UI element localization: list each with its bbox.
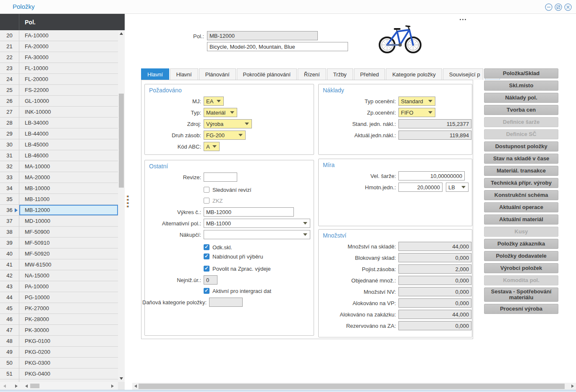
table-row[interactable]: 27 INK-10000 <box>0 107 118 118</box>
table-row[interactable]: 36 MB-12000 <box>0 205 118 216</box>
tab[interactable]: Přehled <box>354 68 385 80</box>
druh-zasob-dropdown[interactable]: FG-200 <box>204 131 246 140</box>
sledovani-revizi-checkbox[interactable] <box>204 187 209 193</box>
hmotn-unit-dropdown[interactable]: LB <box>446 183 469 192</box>
hscrollbar-thumb[interactable] <box>139 384 565 389</box>
action-button[interactable]: Výrobci položek <box>484 263 558 273</box>
table-row[interactable]: 38 MF-50900 <box>0 227 118 238</box>
restore-icon[interactable] <box>555 3 562 11</box>
quantity-field[interactable] <box>398 298 471 308</box>
action-button[interactable]: Tvorba cen <box>484 105 558 115</box>
table-row[interactable]: 32 MA-10000 <box>0 161 118 172</box>
page-left-icon[interactable] <box>3 384 6 388</box>
hscroll-right-icon[interactable] <box>111 384 114 388</box>
tab[interactable]: Plánování <box>199 68 236 80</box>
action-button[interactable]: Stav na skladě v čase <box>484 154 558 164</box>
action-button[interactable]: Položky zákazníka <box>484 239 558 249</box>
table-row[interactable]: 30 LB-45000 <box>0 139 118 150</box>
tab[interactable]: Pokročilé plánování <box>237 68 297 80</box>
tab[interactable]: Kategorie položky <box>386 68 442 80</box>
item-code-cell[interactable]: PK-28000 <box>19 314 118 324</box>
action-button[interactable]: Aktuální operace <box>484 202 558 212</box>
item-code-cell[interactable]: PKG-0100 <box>19 336 118 346</box>
item-code-cell[interactable]: PK-30000 <box>19 325 118 335</box>
aktivni-integrace-checkbox[interactable] <box>204 288 209 294</box>
mj-dropdown[interactable]: EA <box>204 97 224 106</box>
table-row[interactable]: 41 MW-61500 <box>0 259 118 270</box>
hscroll-right-icon[interactable] <box>571 384 574 388</box>
item-code-cell[interactable]: PKG-0200 <box>19 347 118 357</box>
danova-kategorie-field[interactable] <box>209 298 243 307</box>
action-button[interactable]: Náklady pol. <box>484 93 558 103</box>
page-right-icon[interactable] <box>15 384 18 388</box>
table-row[interactable]: 44 PG-10000 <box>0 292 118 303</box>
item-code-cell[interactable]: FL-10000 <box>19 63 118 73</box>
table-row[interactable]: 24 FL-20000 <box>0 74 118 85</box>
action-button[interactable]: Skl.místo <box>484 81 558 91</box>
item-code-cell[interactable]: FL-20000 <box>19 74 118 84</box>
action-button[interactable]: Komodita pol. <box>484 275 558 285</box>
table-row[interactable]: 37 MD-10000 <box>0 216 118 227</box>
grid-vertical-scrollbar[interactable] <box>118 30 125 382</box>
hscroll-left-icon[interactable] <box>25 384 28 388</box>
zkz-checkbox[interactable] <box>204 198 209 204</box>
action-button[interactable]: Technická přípr. výroby <box>484 178 558 188</box>
item-code-cell[interactable]: MB-12000 <box>19 205 118 215</box>
hscrollbar-thumb[interactable] <box>30 384 39 388</box>
item-code-cell[interactable]: MB-10000 <box>19 183 118 193</box>
alternativni-pol-combo[interactable]: MB-11000 <box>204 219 310 228</box>
revize-field[interactable] <box>204 172 237 182</box>
nakupci-combo[interactable] <box>204 230 310 239</box>
item-code-cell[interactable]: FA-20000 <box>19 41 118 52</box>
item-code-cell[interactable]: LB-46000 <box>19 150 118 161</box>
minimize-icon[interactable] <box>545 3 552 11</box>
quantity-field[interactable] <box>398 264 471 274</box>
action-button[interactable]: Sestava - Spotřebování materiálu <box>484 287 558 302</box>
tab[interactable]: Hlavní <box>141 68 169 80</box>
table-row[interactable]: 45 PK-27000 <box>0 303 118 314</box>
item-code-cell[interactable]: PKG-0400 <box>19 368 118 379</box>
pol-field[interactable] <box>207 31 318 40</box>
panel-splitter-handle[interactable] <box>127 196 129 209</box>
table-row[interactable]: 43 PA-10000 <box>0 281 118 292</box>
quantity-field[interactable] <box>398 276 471 285</box>
table-row[interactable]: 23 FL-10000 <box>0 63 118 74</box>
item-code-cell[interactable]: PG-10000 <box>19 292 118 303</box>
action-button[interactable]: Kusy <box>484 227 558 237</box>
item-code-cell[interactable]: MB-11000 <box>19 194 118 204</box>
item-code-cell[interactable]: GL-10000 <box>19 96 118 106</box>
item-code-cell[interactable]: MF-50910 <box>19 238 118 248</box>
item-code-cell[interactable]: NA-15000 <box>19 270 118 281</box>
act-cost-field[interactable] <box>398 131 471 140</box>
item-code-cell[interactable]: LB-34000 <box>19 118 118 128</box>
odk-skl-checkbox[interactable] <box>204 244 209 250</box>
item-code-cell[interactable]: FA-10000 <box>19 30 118 41</box>
item-code-cell[interactable]: PA-10000 <box>19 281 118 292</box>
zdroj-dropdown[interactable]: Výroba <box>204 119 252 128</box>
item-code-cell[interactable]: LB-44000 <box>19 128 118 139</box>
item-code-cell[interactable]: MW-61500 <box>19 259 118 270</box>
item-code-cell[interactable]: MA-10000 <box>19 161 118 172</box>
table-row[interactable]: 20 FA-10000 <box>0 30 118 41</box>
tab[interactable]: Hlavní <box>170 68 198 80</box>
scrollbar-thumb[interactable] <box>119 94 124 188</box>
table-row[interactable]: 47 PK-30000 <box>0 325 118 336</box>
action-button[interactable]: Materiál. transakce <box>484 166 558 176</box>
table-row[interactable]: 49 PKG-0200 <box>0 347 118 358</box>
nabidnout-checkbox[interactable] <box>204 253 209 259</box>
close-icon[interactable] <box>564 3 572 11</box>
item-code-cell[interactable]: FS-22000 <box>19 85 118 95</box>
item-code-cell[interactable]: MF-50920 <box>19 248 118 259</box>
table-row[interactable]: 39 MF-50910 <box>0 238 118 248</box>
table-row[interactable]: 46 PK-28000 <box>0 314 118 325</box>
table-row[interactable]: 50 PKG-0300 <box>0 358 118 368</box>
more-menu-icon[interactable] <box>460 19 466 20</box>
table-row[interactable]: 48 PKG-0100 <box>0 336 118 347</box>
item-code-cell[interactable]: MF-50900 <box>19 227 118 237</box>
action-button[interactable]: Konstrukční schéma <box>484 190 558 200</box>
tab[interactable]: Řízení <box>298 68 326 80</box>
table-row[interactable]: 33 MA-20000 <box>0 172 118 183</box>
item-code-cell[interactable]: MA-20000 <box>19 172 118 183</box>
vel-sarze-field[interactable] <box>398 171 465 180</box>
item-code-cell[interactable]: INK-10000 <box>19 107 118 117</box>
